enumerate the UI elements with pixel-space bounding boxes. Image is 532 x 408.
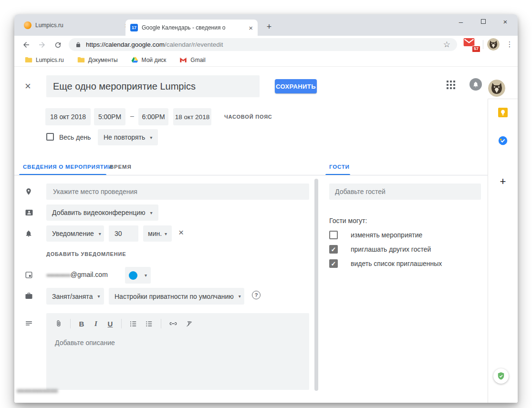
url-text: https://calendar.google.com/calendar/r/e… — [86, 41, 223, 48]
clear-formatting-button[interactable] — [185, 320, 193, 328]
new-tab-button[interactable]: + — [262, 20, 276, 33]
event-title-input[interactable] — [46, 75, 260, 97]
back-button[interactable] — [20, 39, 32, 51]
browser-profile-avatar[interactable] — [487, 38, 500, 51]
save-button[interactable]: СОХРАНИТЬ — [275, 79, 317, 93]
minimize-button[interactable]: – — [450, 14, 471, 29]
permission-checkbox-modify[interactable] — [329, 231, 338, 239]
busy-status-value: Занят/занята — [52, 293, 93, 300]
google-keep-button[interactable] — [498, 108, 508, 117]
email-domain: @gmail.com — [71, 271, 108, 278]
window-close-button[interactable]: × — [495, 14, 516, 29]
bulleted-list-button[interactable] — [145, 320, 153, 328]
scrollbar[interactable] — [314, 179, 318, 391]
event-color-dropdown[interactable]: ▾ — [125, 267, 151, 284]
mail-envelope-icon — [463, 38, 475, 46]
description-editor[interactable]: B I U Добавьте описание — [46, 313, 309, 390]
chevron-down-icon: ▾ — [97, 294, 100, 299]
reload-button[interactable] — [52, 39, 64, 51]
bookmark-folder-lumpics[interactable]: Lumpics.ru — [25, 57, 64, 63]
bookmark-my-drive[interactable]: Мой диск — [131, 57, 167, 63]
side-panel: + — [488, 99, 518, 403]
add-notification-link[interactable]: ДОБАВИТЬ УВЕДОМЛЕНИЕ — [46, 251, 126, 257]
adguard-shield-button[interactable] — [493, 368, 509, 384]
numbered-list-button[interactable] — [129, 320, 137, 328]
calendar-favicon-icon: 17 — [130, 24, 138, 31]
tab-event-details[interactable]: СВЕДЕНИЯ О МЕРОПРИЯТИИ — [23, 164, 113, 170]
location-pin-icon — [25, 187, 33, 196]
lumpics-favicon-icon — [24, 21, 31, 29]
description-icon — [25, 319, 33, 327]
url-path: /calendar/r/eventedit — [165, 41, 223, 48]
tab-title: Google Календарь - сведения о — [142, 24, 246, 31]
browser-window: Lumpics.ru × 17 Google Календарь - сведе… — [14, 14, 518, 403]
notification-unit-value: мин. — [148, 230, 162, 237]
toolbar-separator — [70, 319, 71, 328]
tabs-divider — [14, 175, 488, 175]
remove-notification-button[interactable]: × — [178, 228, 184, 237]
chevron-down-icon: ▾ — [239, 294, 241, 299]
bold-button[interactable]: B — [78, 320, 85, 328]
permission-checkbox-see-list[interactable]: ✓ — [329, 259, 338, 268]
bookmark-gmail[interactable]: Gmail — [179, 57, 205, 63]
add-guests-input[interactable] — [329, 184, 481, 200]
end-date-button[interactable]: 18 окт 2018 — [173, 108, 211, 125]
calendar-owner-email: ●●●●●●●●●@gmail.com — [46, 271, 108, 278]
permission-checkbox-invite[interactable]: ✓ — [329, 245, 338, 254]
browser-menu-button[interactable]: ⋮ — [503, 38, 516, 51]
privacy-value: Настройки приватности по умолчанию — [115, 293, 234, 300]
add-conference-dropdown[interactable]: Добавить видеоконференцию ▾ — [46, 204, 158, 221]
location-input[interactable] — [46, 184, 309, 200]
tasks-icon — [498, 135, 508, 146]
address-bar[interactable]: https://calendar.google.com/calendar/r/e… — [69, 38, 457, 51]
notification-type-dropdown[interactable]: Уведомление ▾ — [46, 225, 104, 242]
account-avatar[interactable] — [488, 80, 505, 97]
help-icon[interactable]: ? — [252, 291, 261, 299]
bookmark-label: Lumpics.ru — [36, 57, 64, 63]
bookmark-label: Gmail — [190, 57, 205, 63]
forward-button[interactable] — [36, 39, 48, 51]
browser-tab-calendar[interactable]: 17 Google Календарь - сведения о × — [125, 20, 258, 36]
close-editor-button[interactable]: × — [25, 81, 31, 92]
censored-email-part: ●●●●●●●●● — [46, 272, 71, 278]
end-time-button[interactable]: 6:00PM — [138, 108, 168, 125]
busy-status-dropdown[interactable]: Занят/занята ▾ — [46, 288, 104, 305]
chevron-down-icon: ▾ — [150, 210, 153, 215]
all-day-checkbox[interactable] — [46, 133, 54, 141]
attach-paperclip-icon[interactable] — [55, 319, 63, 328]
description-toolbar: B I U — [46, 313, 309, 334]
underline-button[interactable]: U — [107, 320, 114, 328]
censored-footer-text: ●●●●●●●●●●● — [17, 387, 58, 394]
briefcase-icon — [25, 292, 33, 300]
get-addons-button[interactable]: + — [500, 175, 506, 188]
timezone-button[interactable]: ЧАСОВОЙ ПОЯС — [224, 114, 272, 120]
keep-icon — [498, 108, 508, 117]
chevron-down-icon: ▾ — [150, 135, 152, 140]
permission-label: видеть список приглашенных — [351, 260, 442, 267]
chevron-down-icon: ▾ — [99, 231, 101, 236]
insert-link-icon[interactable] — [169, 319, 177, 328]
calendar-event-edit-page: × СОХРАНИТЬ 18 окт 2018 5:00PM – 6:00PM … — [14, 67, 518, 403]
notification-value-input[interactable] — [109, 225, 138, 242]
italic-button[interactable]: I — [93, 320, 99, 328]
shield-check-icon — [496, 371, 506, 381]
start-date-button[interactable]: 18 окт 2018 — [45, 108, 91, 125]
privacy-dropdown[interactable]: Настройки приватности по умолчанию ▾ — [109, 288, 244, 305]
tab-find-time[interactable]: ВРЕМЯ — [110, 164, 132, 170]
browser-tab-lumpics[interactable]: Lumpics.ru × — [20, 18, 133, 32]
tab-guests[interactable]: ГОСТИ — [329, 164, 350, 170]
mail-unread-badge: 57 — [472, 46, 480, 52]
mail-extension-button[interactable]: 57 — [463, 38, 478, 51]
maximize-button[interactable] — [473, 14, 494, 29]
start-time-button[interactable]: 5:00PM — [94, 108, 125, 125]
repeat-dropdown[interactable]: Не повторять ▾ — [98, 129, 158, 145]
bookmark-folder-documents[interactable]: Документы — [77, 57, 118, 63]
bookmark-star-icon[interactable]: ☆ — [443, 41, 450, 49]
tab-close-icon[interactable]: × — [249, 24, 253, 31]
google-apps-grid-button[interactable] — [447, 81, 455, 89]
notification-unit-dropdown[interactable]: мин. ▾ — [143, 225, 172, 242]
notifications-button[interactable] — [469, 78, 482, 91]
reload-icon — [54, 41, 62, 49]
google-tasks-button[interactable] — [498, 135, 508, 146]
bookmark-label: Мой диск — [142, 57, 167, 63]
